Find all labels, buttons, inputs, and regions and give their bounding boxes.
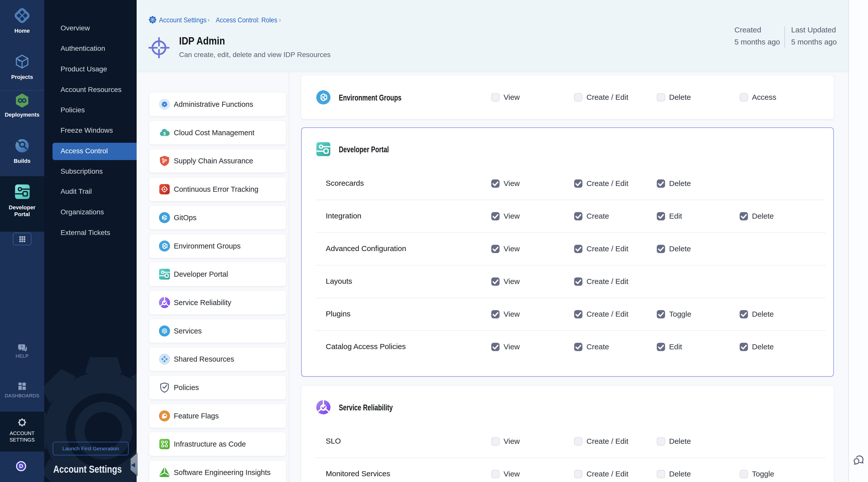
svg-text:?: ? [21, 345, 23, 349]
svg-text:$: $ [163, 131, 165, 136]
